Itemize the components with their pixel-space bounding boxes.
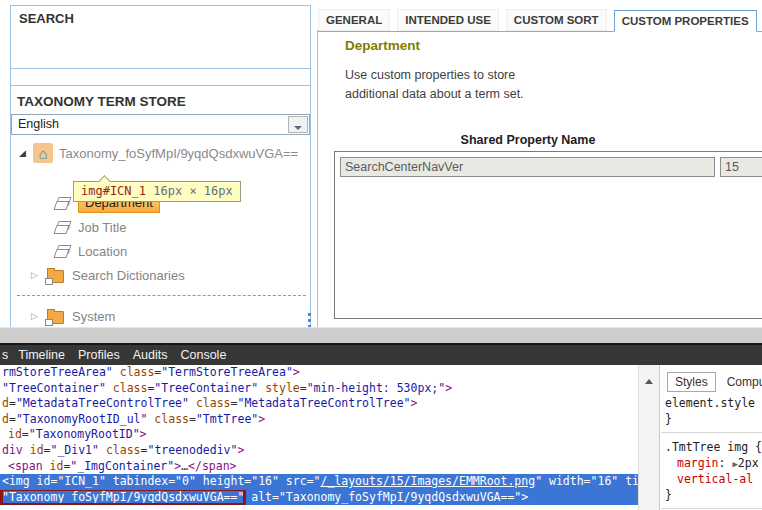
term-set-icon [53,244,71,259]
styles-rule-line[interactable]: element.style { [665,395,762,411]
styles-rule-line[interactable]: margin: ▶2px [665,455,762,471]
code-token: = [44,443,51,457]
expanded-triangle-icon[interactable] [19,148,33,158]
tree-root-node[interactable]: Taxonomy_foSyfMpI/9yqdQsdxwuVGA== [11,141,310,165]
code-token: = [22,427,29,441]
code-token: "TreeContainer" [154,381,258,395]
code-token: "TaxonomyRootID_ul" [16,412,148,426]
term-set-heading: Department [345,38,420,53]
code-token: id [23,443,44,457]
styles-token: element.style { [665,396,762,410]
language-dropdown[interactable]: English [11,114,310,135]
tab-general[interactable]: GENERAL [318,9,390,31]
language-dropdown-value: English [18,117,59,131]
code-token: > [140,427,147,441]
tree-item-label: Search Dictionaries [72,268,185,283]
tree-item-search-dictionaries[interactable]: Search Dictionaries [11,263,310,287]
styles-rules-list: element.style {}.TmtTree img {margin: ▶2… [661,395,762,510]
code-token: class [106,381,148,395]
devtools-tab-s[interactable]: s [2,348,8,362]
code-token: class [147,412,189,426]
styles-token: : [719,456,733,470]
term-set-tab-bar: GENERALINTENDED USECUSTOM SORTCUSTOM PRO… [318,9,762,32]
code-token: > [293,365,300,379]
styles-rule-divider [661,508,762,509]
scrollbar-up-arrow-icon[interactable] [645,379,653,384]
code-token: "MetadataTreeControlTree" [237,396,410,410]
devtools-code-line[interactable]: "Taxonomy_foSyfMpI/9yqdQsdxwuVGA==" alt=… [0,490,638,506]
styles-rule-divider [661,432,762,433]
devtools-code-line[interactable]: d="TaxonomyRootID_ul" class="TmtTree"> [0,412,638,428]
devtools-code-line[interactable]: "TreeContainer" class="TreeContainer" st… [0,381,638,397]
tab-intended-use[interactable]: INTENDED USE [397,9,499,31]
code-token: "min-height: 530px;" [307,381,445,395]
tree-item-label: Job Title [78,220,126,235]
styles-token: margin [677,456,719,470]
dropdown-chevron-button[interactable] [288,116,308,133]
devtools-code-line[interactable]: <img id="ICN_1" tabindex="0" height="16"… [0,474,638,490]
devtools-tab-console[interactable]: Console [180,348,226,362]
devtools-elements-panel: rmStoreTreeArea" class="TermStoreTreeAre… [0,365,638,510]
code-token: /_layouts/15/Images/EMMRoot.png [321,474,536,488]
devtools-styles-sidebar: StylesComput element.style {}.TmtTree im… [661,365,762,510]
devtools-code-line[interactable]: div id="_Div1" class="treenodediv"> [0,443,638,459]
folder-icon [47,311,64,324]
styles-token: } [665,412,672,426]
tree-item-system[interactable]: System [11,304,310,328]
code-token: = [189,412,196,426]
shared-property-name-header: Shared Property Name [334,133,722,147]
tab-custom-sort[interactable]: CUSTOM SORT [506,9,607,31]
code-token: "TaxonomyRootID" [29,427,140,441]
sidebar-tab-styles[interactable]: Styles [667,372,716,392]
code-token: = [9,396,16,410]
search-section: SEARCH [11,5,310,69]
code-token: id [43,459,64,473]
styles-token: .TmtTree img { [665,440,762,454]
devtools-toolbar: sTimelineProfilesAuditsConsole [0,343,762,365]
code-token: "_ImgContainer" [70,459,174,473]
tree-item-label: Location [78,244,127,259]
tree-item-location[interactable]: Location [11,239,310,263]
devtools-code-line[interactable]: <span id="_ImgContainer">…</span> [0,459,638,475]
tree-item-job-title[interactable]: Job Title [11,215,310,239]
description-line-2: additional data about a term set. [345,85,524,104]
styles-rule-line[interactable]: .TmtTree img { [665,439,762,455]
inspect-tooltip: img#ICN_1 16px × 16px [73,181,241,202]
devtools-tab-timeline[interactable]: Timeline [18,348,65,362]
property-value-input[interactable] [720,157,762,177]
devtools-code-line[interactable]: id="TaxonomyRootID"> [0,427,638,443]
styles-sidebar-tab-bar: StylesComput [661,365,762,395]
styles-rule-line[interactable]: } [665,487,762,503]
tree-section-divider [17,295,306,296]
code-token: class [113,365,155,379]
devtools-code-line[interactable]: rmStoreTreeArea" class="TermStoreTreeAre… [0,365,638,381]
code-token: "TreeContainer" [2,381,106,395]
code-token: "treenodediv" [147,443,237,457]
property-name-input[interactable] [340,157,715,177]
code-token: "MetadataTreeControlTree" [16,396,189,410]
term-set-icon [53,220,71,235]
styles-token: vertical-al [677,472,753,486]
folder-icon [47,270,64,283]
code-token: style [258,381,300,395]
styles-token: 2px [738,456,759,470]
devtools-code-line[interactable]: d="MetadataTreeControlTree" class="Metad… [0,396,638,412]
term-set-icon [53,196,71,211]
tab-custom-properties[interactable]: CUSTOM PROPERTIES [614,10,757,32]
code-token: > [237,443,244,457]
devtools-scrollbar[interactable] [638,365,660,510]
styles-rule-line[interactable]: vertical-al [665,471,762,487]
devtools-tab-profiles[interactable]: Profiles [78,348,120,362]
code-token: alt="Taxonomy_foSyfMpI/9yqdQsdxwuVGA=="> [244,490,528,504]
styles-rule-line[interactable]: } [665,411,762,427]
panel-resize-grip[interactable] [308,313,314,328]
code-token: d [2,412,9,426]
code-token: class [189,396,231,410]
sidebar-tab-comput[interactable]: Comput [720,373,762,391]
devtools-tab-audits[interactable]: Audits [133,348,168,362]
code-token: "_Div1" [51,443,99,457]
code-token: > [445,381,452,395]
screenshot-root: SEARCH TAXONOMY TERM STORE English Taxon… [0,0,762,510]
left-sidebar: SEARCH TAXONOMY TERM STORE English Taxon… [10,5,311,327]
code-token: </span> [188,459,236,473]
